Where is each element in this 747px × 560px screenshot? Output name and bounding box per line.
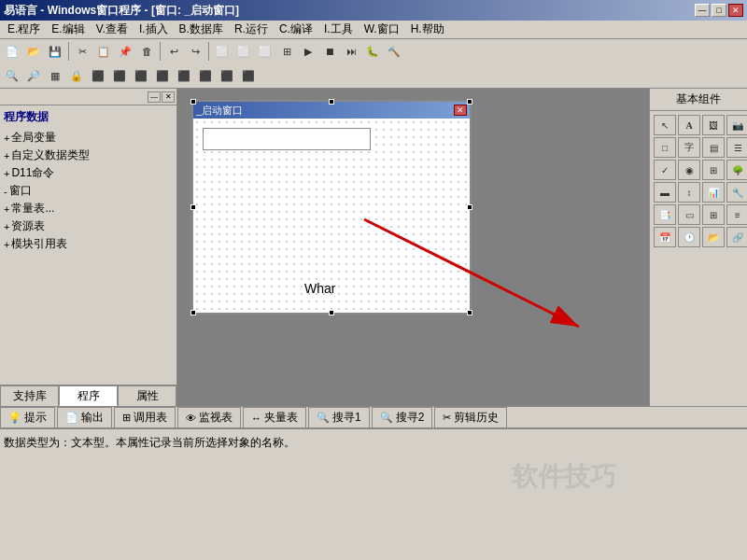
toolbar-build[interactable]: 🔨 — [384, 41, 404, 62]
maximize-button[interactable]: □ — [712, 4, 726, 17]
design-window-close[interactable]: ✕ — [454, 105, 467, 116]
bottom-tab-search2[interactable]: 🔍 搜寻2 — [372, 407, 433, 427]
toolbar-undo[interactable]: ↩ — [163, 41, 184, 62]
tab-program[interactable]: 程序 — [59, 385, 118, 406]
bottom-tab-vars[interactable]: ↔ 夹量表 — [243, 407, 306, 427]
tree-item-resources[interactable]: + 资源表 — [4, 217, 173, 235]
comp-image-frame[interactable]: 🖼 — [702, 115, 725, 135]
toolbar-tab8[interactable]: ⬛ — [238, 65, 259, 86]
bottom-tab-clipboard[interactable]: ✂ 剪辑历史 — [434, 407, 507, 427]
resize-handle-tm[interactable] — [329, 99, 334, 105]
toolbar-cut[interactable]: ✂ — [72, 41, 92, 62]
toolbar-new[interactable]: 📄 — [2, 41, 22, 62]
resize-handle-bm[interactable] — [329, 310, 334, 315]
menu-tools[interactable]: I.工具 — [318, 20, 359, 39]
comp-link[interactable]: 🔗 — [726, 227, 747, 247]
tab-support-lib[interactable]: 支持库 — [0, 385, 59, 406]
menu-view[interactable]: V.查看 — [91, 20, 134, 39]
menu-program[interactable]: E.程序 — [2, 20, 46, 39]
comp-scrollbar[interactable]: ↕ — [678, 182, 700, 203]
toolbar-tab2[interactable]: ⬛ — [109, 65, 130, 86]
toolbar-grid[interactable]: ⊞ — [276, 41, 297, 62]
resize-handle-br[interactable] — [467, 310, 472, 315]
comp-label[interactable]: 字 — [678, 137, 700, 158]
menu-window[interactable]: W.窗口 — [359, 20, 405, 39]
toolbar-align-left[interactable]: ⬜ — [212, 41, 233, 62]
panel-close-button[interactable]: ✕ — [162, 91, 175, 103]
design-textbox[interactable] — [203, 128, 371, 150]
toolbar-tab3[interactable]: ⬛ — [131, 65, 151, 86]
toolbar-tab1[interactable]: ⬛ — [88, 65, 108, 86]
toolbar-align-right[interactable]: ⬜ — [255, 41, 275, 62]
comp-text[interactable]: A — [678, 115, 700, 135]
toolbar-zoomout[interactable]: 🔎 — [23, 65, 44, 86]
tree-item-d11[interactable]: + D11命令 — [4, 164, 173, 182]
comp-timer[interactable]: 🕐 — [678, 227, 700, 247]
toolbar-zoom[interactable]: 🔍 — [2, 65, 22, 86]
comp-radio[interactable]: ◉ — [678, 160, 700, 180]
resize-handle-mr[interactable] — [467, 204, 472, 210]
comp-tabctrl[interactable]: 📑 — [654, 204, 676, 225]
resize-handle-tl[interactable] — [190, 99, 196, 105]
tree-item-window[interactable]: - 窗口 — [4, 182, 173, 200]
toolbar-copy[interactable]: 📋 — [93, 41, 114, 62]
toolbar-debug[interactable]: 🐛 — [362, 41, 383, 62]
comp-menu[interactable]: ≡ — [726, 204, 747, 225]
bottom-tab-hint[interactable]: 💡 提示 — [0, 407, 55, 427]
menu-run[interactable]: R.运行 — [229, 20, 274, 39]
panel-min-button[interactable]: — — [148, 91, 161, 103]
resize-handle-ml[interactable] — [190, 204, 196, 210]
comp-chart[interactable]: 📊 — [702, 182, 725, 203]
tree-item-constants[interactable]: + 常量表... — [4, 200, 173, 217]
toolbar-open[interactable]: 📂 — [23, 41, 44, 62]
toolbar-tab6[interactable]: ⬛ — [195, 65, 216, 86]
toolbar-stop[interactable]: ⏹ — [319, 41, 340, 62]
toolbar-delete[interactable]: 🗑 — [136, 41, 157, 62]
menu-insert[interactable]: I.插入 — [134, 20, 174, 39]
comp-gridctrl[interactable]: ⊞ — [702, 204, 725, 225]
minimize-button[interactable]: — — [695, 4, 710, 17]
menu-database[interactable]: B.数据库 — [174, 20, 229, 39]
comp-select[interactable]: ↖ — [654, 115, 676, 135]
comp-progress[interactable]: ▬ — [654, 182, 676, 203]
tab-properties[interactable]: 属性 — [118, 385, 176, 406]
comp-grid[interactable]: ⊞ — [702, 160, 725, 180]
toolbar-tab4[interactable]: ⬛ — [152, 65, 173, 86]
menu-help[interactable]: H.帮助 — [405, 20, 450, 39]
comp-checkbox[interactable]: ✓ — [654, 160, 676, 180]
tree-item-customtypes[interactable]: + 自定义数据类型 — [4, 147, 173, 164]
toolbar-align-center[interactable]: ⬜ — [233, 41, 254, 62]
tree-item-modules[interactable]: + 模块引用表 — [4, 235, 173, 253]
comp-tree[interactable]: 🌳 — [726, 160, 747, 180]
comp-toolbar[interactable]: 🔧 — [726, 182, 747, 203]
toolbar-lock[interactable]: 🔒 — [66, 65, 87, 86]
comp-editbox[interactable]: ▤ — [702, 137, 725, 158]
toolbar-group[interactable]: ▦ — [45, 65, 65, 86]
bottom-tab-watch[interactable]: 👁 监视表 — [177, 407, 241, 427]
resize-handle-tr[interactable] — [467, 99, 472, 105]
close-button[interactable]: ✕ — [728, 4, 743, 17]
design-window[interactable]: _启动窗口 ✕ — [191, 100, 472, 315]
toolbar-step[interactable]: ⏭ — [341, 41, 361, 62]
tree-item-globals[interactable]: + 全局变量 — [4, 129, 173, 147]
center-canvas[interactable]: _启动窗口 ✕ Whar — [177, 89, 649, 406]
comp-filebox[interactable]: 📂 — [702, 227, 725, 247]
menu-edit[interactable]: E.编辑 — [46, 20, 90, 39]
bottom-tab-output[interactable]: 📄 输出 — [57, 407, 112, 427]
comp-calendar[interactable]: 📅 — [654, 227, 676, 247]
bottom-tab-calltable[interactable]: ⊞ 调用表 — [114, 407, 176, 427]
toolbar-redo[interactable]: ↪ — [185, 41, 205, 62]
toolbar-save[interactable]: 💾 — [45, 41, 65, 62]
bottom-tab-search1[interactable]: 🔍 搜寻1 — [308, 407, 370, 427]
toolbar-run[interactable]: ▶ — [298, 41, 318, 62]
toolbar-paste[interactable]: 📌 — [115, 41, 135, 62]
comp-picture[interactable]: 📷 — [726, 115, 747, 135]
toolbar-tab7[interactable]: ⬛ — [217, 65, 237, 86]
resize-handle-bl[interactable] — [190, 310, 196, 315]
comp-listbox[interactable]: ☰ — [726, 137, 747, 158]
toolbar-tab5[interactable]: ⬛ — [174, 65, 194, 86]
menu-compile[interactable]: C.编译 — [274, 20, 318, 39]
comp-button[interactable]: □ — [654, 137, 676, 158]
design-window-body[interactable] — [193, 119, 470, 313]
comp-groupbox[interactable]: ▭ — [678, 204, 700, 225]
